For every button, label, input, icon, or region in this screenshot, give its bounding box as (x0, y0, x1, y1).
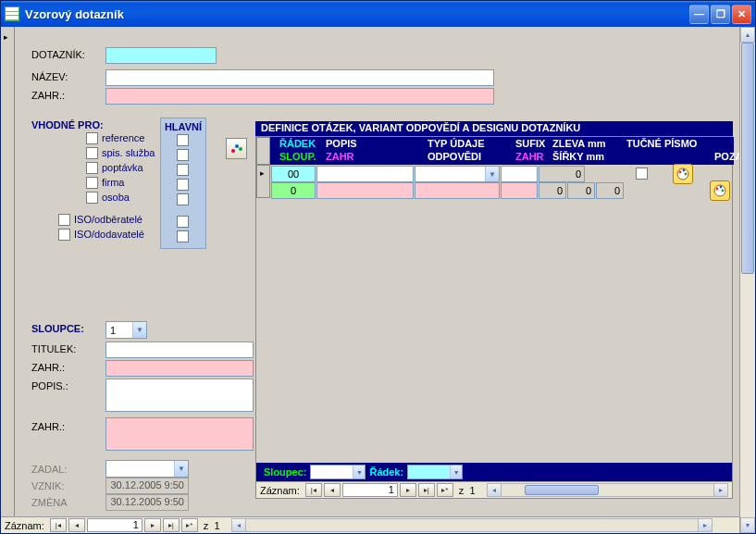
cell-sloup[interactable]: 0 (271, 182, 316, 199)
svg-point-10 (722, 190, 725, 192)
cell-zahr2[interactable] (501, 182, 538, 199)
cell-s2[interactable]: 0 (567, 182, 595, 199)
scroll-right-icon[interactable]: ▸ (698, 519, 712, 531)
checkbox-osoba[interactable] (86, 192, 98, 204)
checkbox-tucne[interactable] (636, 168, 648, 180)
titlebar: Vzorový dotazník — ❐ ✕ (1, 1, 755, 27)
svg-point-9 (720, 186, 723, 189)
recnav-first[interactable]: |◂ (50, 518, 67, 532)
palette-icon (713, 184, 726, 197)
checkbox-hlavni-2[interactable] (177, 149, 189, 161)
recnav-new[interactable]: ▸* (437, 483, 453, 497)
hdr-sirky: ŠÍŘKY mm (552, 151, 604, 162)
window-title: Vzorový dotazník (25, 7, 689, 21)
checkbox-hlavni-7[interactable] (177, 230, 189, 242)
scroll-thumb[interactable] (741, 43, 754, 274)
main-hscroll[interactable]: ◂ ▸ (231, 518, 713, 532)
cell-sufix[interactable] (501, 166, 538, 182)
hdr-zleva: ZLEVA mm (552, 138, 605, 149)
hdr-sufix: SUFIX (515, 138, 545, 149)
label-spis-sluzba: spis. služba (102, 147, 155, 158)
palette-button-1[interactable] (673, 164, 693, 184)
label-titulek: TITULEK: (31, 343, 76, 354)
minimize-button[interactable]: — (689, 5, 709, 24)
label-popis: POPIS.: (31, 380, 68, 391)
cell-zahr[interactable] (316, 182, 414, 199)
label-zahr3: ZAHR.: (31, 421, 65, 432)
scroll-left-icon[interactable]: ◂ (232, 519, 246, 531)
svg-point-1 (235, 144, 239, 148)
input-zahr2[interactable] (105, 360, 254, 377)
label-vhodne-pro: VHODNÉ PRO: (31, 119, 104, 131)
label-poptavka: poptávka (102, 162, 143, 173)
checkbox-hlavni-5[interactable] (177, 193, 189, 205)
record-selector[interactable] (1, 27, 15, 516)
label-hlavni: HLAVNÍ (161, 118, 205, 135)
input-titulek[interactable] (105, 342, 254, 358)
checkbox-hlavni-3[interactable] (177, 164, 189, 176)
chevron-down-icon: ▼ (132, 322, 146, 338)
hdr-zahr2: ZAHR (515, 151, 544, 162)
hdr-tucne: TUČNÉ PÍSMO (626, 138, 697, 149)
svg-point-4 (679, 171, 682, 174)
checkbox-spis-sluzba[interactable] (86, 147, 98, 159)
combo-footer-sloupec[interactable]: ▼ (310, 465, 366, 479)
input-zahr[interactable] (105, 88, 494, 105)
cell-s1[interactable]: 0 (539, 182, 566, 199)
recnav-prev[interactable]: ◂ (68, 518, 85, 532)
svg-point-5 (683, 169, 686, 172)
recnav-current[interactable]: 1 (342, 483, 398, 497)
input-dotaznik[interactable] (105, 47, 217, 64)
cell-zleva[interactable]: 0 (539, 166, 585, 182)
recnav-label: Záznam: (5, 520, 44, 531)
sub-hscroll[interactable]: ◂ ▸ (487, 483, 728, 497)
input-nazev[interactable] (105, 69, 494, 86)
checkbox-reference[interactable] (86, 132, 98, 144)
maximize-button[interactable]: ❐ (711, 5, 730, 24)
cell-radek[interactable]: 00 (271, 166, 316, 182)
hdr-radek: ŘÁDEK (279, 138, 316, 149)
cell-typudaje[interactable]: ▼ (415, 166, 500, 182)
cell-odpovedi[interactable] (415, 182, 500, 199)
checkbox-hlavni-4[interactable] (177, 179, 189, 191)
recnav-next[interactable]: ▸ (144, 518, 161, 532)
checkbox-hlavni-6[interactable] (177, 216, 189, 228)
input-zahr3[interactable] (105, 417, 254, 451)
checkbox-firma[interactable] (86, 177, 98, 189)
combo-footer-radek[interactable]: ▼ (407, 465, 463, 479)
recnav-new[interactable]: ▸* (181, 518, 198, 532)
input-zmena: 30.12.2005 9:50 (105, 494, 189, 511)
scroll-thumb[interactable] (525, 485, 599, 495)
scroll-down-icon[interactable]: ▾ (740, 517, 755, 533)
recnav-prev[interactable]: ◂ (324, 483, 341, 497)
cell-s3[interactable]: 0 (596, 182, 624, 199)
combo-zadal[interactable]: ▼ (105, 460, 189, 478)
recnav-last[interactable]: ▸| (163, 518, 180, 532)
checkbox-hlavni-1[interactable] (177, 134, 189, 146)
palette-button-2[interactable] (710, 180, 730, 201)
label-zahr: ZAHR.: (31, 90, 65, 101)
input-popis[interactable] (105, 379, 254, 412)
main-vscroll[interactable]: ▴ ▾ (739, 27, 755, 533)
form-icon (5, 6, 19, 21)
grid-row-selector[interactable]: ▸ (256, 165, 270, 198)
checkbox-iso-odberatele[interactable] (58, 214, 70, 226)
recnav-last[interactable]: ▸| (418, 483, 435, 497)
hdr-popis: POPIS (326, 138, 357, 149)
recnav-next[interactable]: ▸ (400, 483, 416, 497)
label-zmena: ZMĚNA (31, 497, 68, 508)
chart-button[interactable] (226, 138, 247, 159)
scroll-up-icon[interactable]: ▴ (740, 27, 755, 43)
close-button[interactable]: ✕ (732, 5, 751, 24)
recnav-first[interactable]: |◂ (305, 483, 322, 497)
label-firma: firma (102, 177, 124, 188)
cell-popis[interactable] (316, 166, 414, 182)
grid-corner (256, 137, 270, 165)
checkbox-iso-dodavatele[interactable] (58, 229, 70, 241)
checkbox-poptavka[interactable] (86, 162, 98, 174)
scroll-right-icon[interactable]: ▸ (713, 484, 727, 496)
combo-sloupce[interactable]: 1▼ (105, 321, 147, 339)
subform: ŘÁDEK SLOUP. POPIS ZAHR TYP ÚDAJE ODPOVĚ… (255, 136, 733, 499)
scroll-left-icon[interactable]: ◂ (488, 484, 502, 496)
recnav-current[interactable]: 1 (87, 518, 143, 532)
